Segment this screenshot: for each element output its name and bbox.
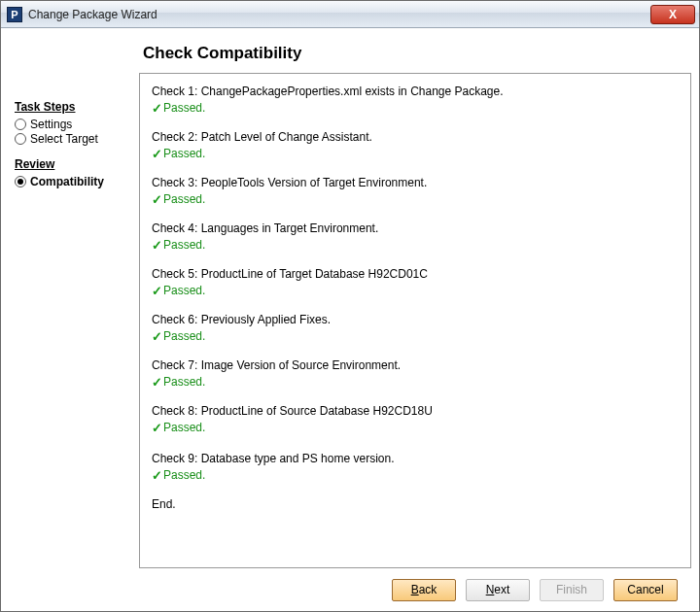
passed-line: ✓Passed.: [152, 237, 679, 255]
radio-icon: [15, 176, 26, 187]
check-title: Check 3: PeopleTools Version of Target E…: [152, 175, 679, 191]
close-icon: X: [669, 8, 677, 21]
passed-line: ✓Passed.: [152, 100, 679, 118]
check-block: Check 2: Patch Level of Change Assistant…: [152, 129, 679, 163]
check-block: Check 4: Languages in Target Environment…: [152, 221, 679, 255]
wizard-window: P Change Package Wizard X Task Steps Set…: [0, 0, 700, 612]
check-block: Check 7: Image Version of Source Environ…: [152, 357, 679, 391]
check-block: Check 8: ProductLine of Source Database …: [152, 403, 679, 437]
check-title: Check 4: Languages in Target Environment…: [152, 221, 679, 237]
app-icon: P: [7, 7, 22, 22]
passed-text: Passed.: [163, 467, 205, 484]
check-title: Check 9: Database type and PS home versi…: [152, 451, 679, 467]
check-block: Check 9: Database type and PS home versi…: [152, 451, 679, 485]
checkmark-icon: ✓: [152, 100, 162, 118]
window-title: Change Package Wizard: [28, 8, 650, 21]
passed-text: Passed.: [163, 283, 205, 299]
passed-line: ✓Passed.: [152, 328, 679, 346]
sidebar: Task Steps Settings Select Target Review…: [15, 34, 133, 568]
check-block: Check 1: ChangePackageProperties.xml exi…: [152, 84, 679, 118]
main-area: Task Steps Settings Select Target Review…: [1, 28, 699, 568]
step-settings-label: Settings: [30, 118, 72, 131]
button-bar: Back Next Finish Cancel: [1, 568, 699, 611]
checkmark-icon: ✓: [152, 374, 162, 391]
radio-icon: [15, 119, 26, 130]
finish-label: Finish: [556, 583, 587, 596]
finish-button: Finish: [540, 579, 604, 601]
check-title: Check 7: Image Version of Source Environ…: [152, 357, 679, 374]
cancel-label: Cancel: [627, 583, 663, 596]
passed-line: ✓Passed.: [152, 146, 679, 163]
radio-icon: [15, 133, 26, 145]
next-button[interactable]: Next: [466, 579, 530, 601]
end-line: End.: [152, 496, 679, 513]
check-block: Check 6: Previously Applied Fixes.✓Passe…: [152, 312, 679, 346]
close-button[interactable]: X: [650, 5, 695, 24]
passed-line: ✓Passed.: [152, 191, 679, 209]
passed-text: Passed.: [163, 191, 205, 208]
check-title: Check 6: Previously Applied Fixes.: [152, 312, 679, 328]
checkmark-icon: ✓: [152, 237, 162, 255]
passed-line: ✓Passed.: [152, 420, 679, 437]
review-header: Review: [15, 157, 133, 171]
checkmark-icon: ✓: [152, 283, 162, 300]
step-compatibility[interactable]: Compatibility: [15, 175, 133, 188]
back-button[interactable]: Back: [392, 579, 456, 601]
checkmark-icon: ✓: [152, 467, 162, 485]
step-settings[interactable]: Settings: [15, 118, 133, 131]
step-select-target[interactable]: Select Target: [15, 132, 133, 146]
passed-text: Passed.: [163, 237, 205, 254]
passed-line: ✓Passed.: [152, 374, 679, 391]
passed-text: Passed.: [163, 374, 205, 391]
passed-line: ✓Passed.: [152, 467, 679, 485]
title-bar: P Change Package Wizard X: [1, 1, 699, 28]
checkmark-icon: ✓: [152, 328, 162, 346]
page-title: Check Compatibility: [143, 44, 691, 63]
passed-text: Passed.: [163, 420, 205, 436]
passed-text: Passed.: [163, 100, 205, 117]
passed-line: ✓Passed.: [152, 283, 679, 300]
step-compatibility-label: Compatibility: [30, 175, 104, 188]
check-block: Check 3: PeopleTools Version of Target E…: [152, 175, 679, 209]
step-select-target-label: Select Target: [30, 132, 98, 146]
content-pane: Check Compatibility Check 1: ChangePacka…: [133, 34, 691, 568]
check-title: Check 1: ChangePackageProperties.xml exi…: [152, 84, 679, 100]
checkmark-icon: ✓: [152, 191, 162, 209]
passed-text: Passed.: [163, 328, 205, 345]
cancel-button[interactable]: Cancel: [613, 579, 678, 601]
wizard-body: Task Steps Settings Select Target Review…: [1, 28, 699, 611]
checkmark-icon: ✓: [152, 420, 162, 437]
passed-text: Passed.: [163, 146, 205, 162]
results-box[interactable]: Check 1: ChangePackageProperties.xml exi…: [139, 73, 691, 568]
task-steps-header: Task Steps: [15, 100, 133, 114]
check-title: Check 8: ProductLine of Source Database …: [152, 403, 679, 420]
check-title: Check 2: Patch Level of Change Assistant…: [152, 129, 679, 146]
check-title: Check 5: ProductLine of Target Database …: [152, 266, 679, 283]
check-block: Check 5: ProductLine of Target Database …: [152, 266, 679, 300]
checkmark-icon: ✓: [152, 146, 162, 163]
